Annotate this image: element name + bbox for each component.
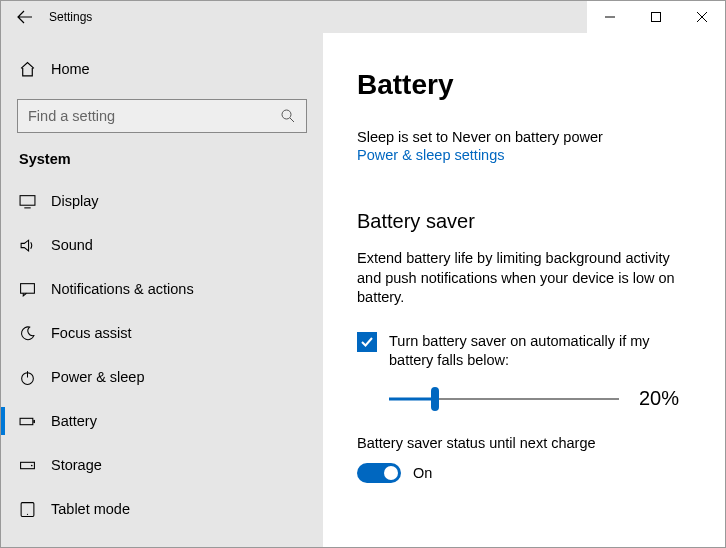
status-toggle-row: On xyxy=(357,463,691,483)
battery-saver-description: Extend battery life by limiting backgrou… xyxy=(357,249,691,308)
sidebar-home[interactable]: Home xyxy=(1,49,323,89)
display-icon xyxy=(19,193,45,210)
sidebar-item-label: Focus assist xyxy=(51,325,132,341)
svg-point-1 xyxy=(282,110,291,119)
svg-point-8 xyxy=(31,464,33,466)
storage-icon xyxy=(19,457,45,474)
status-until-charge-label: Battery saver status until next charge xyxy=(357,435,691,451)
sidebar-item-sound[interactable]: Sound xyxy=(1,223,323,267)
auto-saver-checkbox[interactable] xyxy=(357,332,377,352)
search-box[interactable] xyxy=(17,99,307,133)
toggle-knob xyxy=(384,466,398,480)
home-icon xyxy=(19,61,45,78)
battery-saver-heading: Battery saver xyxy=(357,210,691,233)
svg-rect-3 xyxy=(21,283,35,293)
sidebar-item-battery[interactable]: Battery xyxy=(1,399,323,443)
close-icon xyxy=(697,12,707,22)
checkmark-icon xyxy=(360,335,374,349)
close-button[interactable] xyxy=(679,1,725,33)
toggle-state-label: On xyxy=(413,465,432,481)
minimize-icon xyxy=(605,12,615,22)
sidebar-item-label: Display xyxy=(51,193,99,209)
titlebar: Settings xyxy=(1,1,725,33)
power-sleep-link[interactable]: Power & sleep settings xyxy=(357,147,505,163)
power-icon xyxy=(19,369,45,386)
svg-rect-5 xyxy=(20,418,33,424)
main-content: Battery Sleep is set to Never on battery… xyxy=(323,33,725,547)
moon-icon xyxy=(19,325,45,342)
back-button[interactable] xyxy=(1,1,49,33)
back-arrow-icon xyxy=(17,9,33,25)
svg-rect-2 xyxy=(20,195,35,205)
sidebar-item-label: Tablet mode xyxy=(51,501,130,517)
window-title: Settings xyxy=(49,10,92,24)
sidebar-item-notifications[interactable]: Notifications & actions xyxy=(1,267,323,311)
svg-rect-6 xyxy=(33,419,35,422)
message-icon xyxy=(19,281,45,298)
threshold-slider-row: 20% xyxy=(389,387,691,411)
battery-icon xyxy=(19,413,45,430)
info-text: Sleep is set to Never on battery power xyxy=(357,129,691,145)
sidebar-item-focus-assist[interactable]: Focus assist xyxy=(1,311,323,355)
sidebar-item-label: Power & sleep xyxy=(51,369,145,385)
svg-rect-0 xyxy=(652,13,661,22)
sidebar-home-label: Home xyxy=(51,61,90,77)
status-toggle[interactable] xyxy=(357,463,401,483)
sidebar-item-storage[interactable]: Storage xyxy=(1,443,323,487)
sidebar-item-tablet-mode[interactable]: Tablet mode xyxy=(1,487,323,531)
sidebar-group-title: System xyxy=(1,133,323,179)
search-input[interactable] xyxy=(18,108,270,124)
svg-point-10 xyxy=(27,513,28,514)
sidebar-item-label: Battery xyxy=(51,413,97,429)
tablet-icon xyxy=(19,501,45,518)
auto-saver-label: Turn battery saver on automatically if m… xyxy=(389,332,691,371)
minimize-button[interactable] xyxy=(587,1,633,33)
sidebar-item-power-sleep[interactable]: Power & sleep xyxy=(1,355,323,399)
slider-track-fill xyxy=(389,397,435,400)
page-title: Battery xyxy=(357,69,691,101)
search-icon xyxy=(270,108,306,124)
slider-thumb[interactable] xyxy=(431,387,439,411)
threshold-value: 20% xyxy=(639,387,679,410)
sound-icon xyxy=(19,237,45,254)
sidebar: Home System Display Sound Notifications … xyxy=(1,33,323,547)
window-controls xyxy=(587,1,725,33)
threshold-slider[interactable] xyxy=(389,387,619,411)
sidebar-item-label: Notifications & actions xyxy=(51,281,194,297)
sidebar-item-label: Storage xyxy=(51,457,102,473)
maximize-icon xyxy=(651,12,661,22)
sidebar-item-display[interactable]: Display xyxy=(1,179,323,223)
sidebar-item-label: Sound xyxy=(51,237,93,253)
auto-saver-row: Turn battery saver on automatically if m… xyxy=(357,332,691,371)
maximize-button[interactable] xyxy=(633,1,679,33)
